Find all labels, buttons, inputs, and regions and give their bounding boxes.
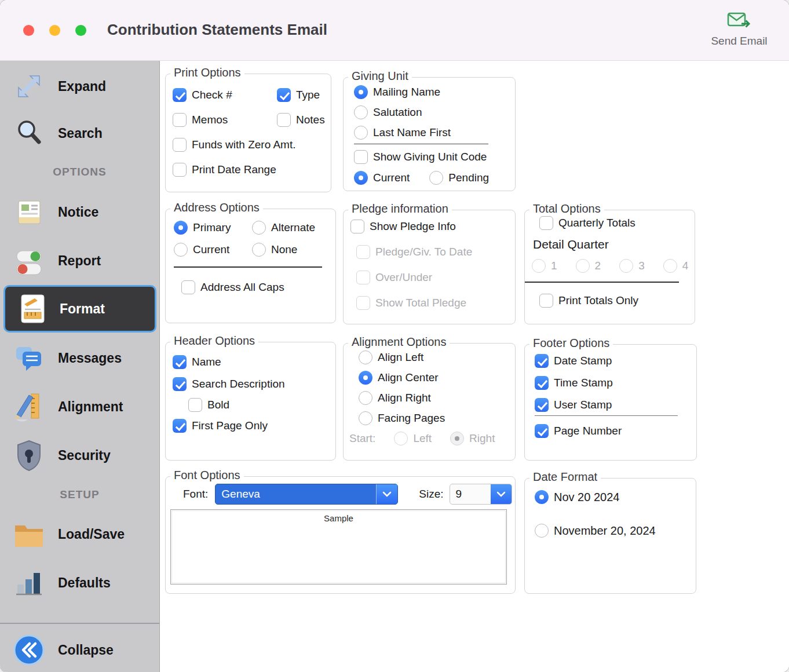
divider: [535, 415, 678, 416]
checkbox-bold[interactable]: Bold: [188, 398, 335, 412]
checkbox-label: User Stamp: [554, 399, 612, 411]
checkbox-icon: [535, 424, 549, 438]
sidebar-item-label: Format: [60, 301, 105, 317]
radio-salutation[interactable]: Salutation: [354, 105, 515, 119]
sidebar-item-report[interactable]: Report: [0, 236, 159, 285]
radio-icon: [450, 432, 464, 445]
checkbox-name[interactable]: Name: [173, 355, 335, 369]
radio-icon: [359, 411, 372, 425]
zoom-button[interactable]: [75, 25, 86, 36]
group-title: Header Options: [170, 334, 258, 348]
radio-icon: [354, 85, 368, 99]
group-title: Pledge information: [348, 202, 452, 216]
radio-primary[interactable]: Primary: [174, 221, 252, 235]
sidebar-item-label: Report: [58, 253, 101, 269]
checkbox-type[interactable]: Type: [277, 88, 325, 102]
checkbox-check-number[interactable]: Check #: [173, 88, 277, 102]
radio-label: 2: [595, 260, 601, 272]
send-email-icon: [727, 12, 751, 30]
checkbox-quarterly-totals[interactable]: Quarterly Totals: [539, 216, 695, 230]
radio-quarter-1: 1: [532, 259, 557, 273]
radio-label: Current: [373, 171, 410, 184]
size-select[interactable]: 9: [450, 484, 512, 505]
checkbox-show-total-pledge: Show Total Pledge: [356, 296, 515, 310]
radio-label: 4: [682, 260, 689, 272]
send-email-button[interactable]: Send Email: [704, 12, 774, 48]
close-button[interactable]: [23, 25, 34, 36]
radio-current[interactable]: Current: [354, 171, 410, 185]
sidebar-item-search[interactable]: Search: [0, 109, 159, 158]
radio-pending[interactable]: Pending: [429, 171, 489, 185]
radio-mailing-name[interactable]: Mailing Name: [354, 85, 515, 99]
checkbox-funds-zero[interactable]: Funds with Zero Amt.: [173, 138, 324, 152]
checkbox-first-page-only[interactable]: First Page Only: [173, 419, 335, 433]
sidebar-item-alignment[interactable]: Alignment: [0, 382, 159, 431]
collapse-icon: [0, 633, 58, 667]
radio-label: 1: [551, 260, 557, 272]
group-footer-options: Footer Options Date Stamp Time Stamp Use…: [524, 344, 697, 461]
sidebar-divider: [0, 623, 159, 624]
checkbox-label: Time Stamp: [554, 377, 613, 389]
sidebar-item-messages[interactable]: Messages: [0, 334, 159, 382]
radio-icon: [354, 105, 368, 119]
radio-icon: [174, 243, 188, 257]
checkbox-memos[interactable]: Memos: [173, 113, 277, 127]
report-icon: [0, 244, 58, 277]
sidebar-item-collapse[interactable]: Collapse: [0, 626, 159, 672]
radio-facing-pages[interactable]: Facing Pages: [359, 411, 515, 425]
sidebar-item-defaults[interactable]: Defaults: [0, 558, 159, 607]
sidebar-item-loadsave[interactable]: Load/Save: [0, 510, 159, 558]
checkbox-date-stamp[interactable]: Date Stamp: [535, 354, 696, 368]
sidebar-item-label: Load/Save: [58, 527, 125, 542]
checkbox-icon: [535, 398, 549, 412]
checkbox-address-all-caps[interactable]: Address All Caps: [181, 280, 335, 294]
radio-icon: [252, 221, 266, 235]
checkbox-user-stamp[interactable]: User Stamp: [535, 398, 696, 412]
sidebar-item-security[interactable]: Security: [0, 431, 159, 480]
checkbox-label: Show Total Pledge: [375, 297, 466, 309]
radio-label: Facing Pages: [378, 412, 445, 425]
start-label: Start:: [349, 432, 375, 445]
checkbox-print-date-range[interactable]: Print Date Range: [173, 163, 324, 177]
radio-label: None: [271, 243, 297, 256]
radio-none[interactable]: None: [252, 243, 335, 257]
radio-align-center[interactable]: Align Center: [359, 371, 515, 385]
minimize-button[interactable]: [49, 25, 60, 36]
checkbox-show-giving-unit-code[interactable]: Show Giving Unit Code: [354, 150, 515, 164]
radio-last-name-first[interactable]: Last Name First: [354, 126, 515, 140]
radio-alternate[interactable]: Alternate: [252, 221, 335, 235]
checkbox-print-totals-only[interactable]: Print Totals Only: [539, 294, 695, 308]
checkbox-label: Notes: [296, 114, 325, 126]
checkbox-icon: [277, 113, 291, 127]
radio-date-long[interactable]: November 20, 2024: [535, 524, 696, 538]
notice-icon: [0, 196, 58, 228]
checkbox-label: First Page Only: [192, 419, 268, 432]
checkbox-label: Search Description: [192, 378, 285, 390]
checkbox-show-pledge-info[interactable]: Show Pledge Info: [350, 220, 515, 233]
font-label: Font:: [183, 488, 208, 501]
radio-icon: [354, 126, 368, 140]
group-title: Font Options: [170, 469, 244, 482]
radio-icon: [576, 259, 590, 273]
sidebar-item-label: Search: [58, 126, 103, 141]
checkbox-icon: [173, 138, 187, 152]
checkbox-search-description[interactable]: Search Description: [173, 377, 335, 391]
checkbox-page-number[interactable]: Page Number: [535, 424, 696, 438]
radio-align-left[interactable]: Align Left: [359, 350, 515, 364]
sidebar-item-format[interactable]: Format: [3, 285, 156, 333]
checkbox-time-stamp[interactable]: Time Stamp: [535, 376, 696, 390]
checkbox-icon: [350, 220, 364, 233]
font-select[interactable]: Geneva: [215, 484, 398, 505]
sidebar-section-options: OPTIONS: [0, 166, 159, 178]
radio-icon: [663, 259, 677, 273]
sidebar-item-notice[interactable]: Notice: [0, 188, 159, 236]
sidebar-item-expand[interactable]: Expand: [0, 62, 159, 111]
checkbox-icon: [539, 216, 553, 230]
radio-date-short[interactable]: Nov 20 2024: [535, 490, 696, 504]
checkbox-label: Funds with Zero Amt.: [192, 138, 296, 151]
radio-align-right[interactable]: Align Right: [359, 391, 515, 405]
sidebar-item-label: Messages: [58, 350, 122, 366]
checkbox-notes[interactable]: Notes: [277, 113, 325, 127]
radio-current-address[interactable]: Current: [174, 243, 252, 257]
checkbox-label: Date Stamp: [554, 355, 612, 367]
